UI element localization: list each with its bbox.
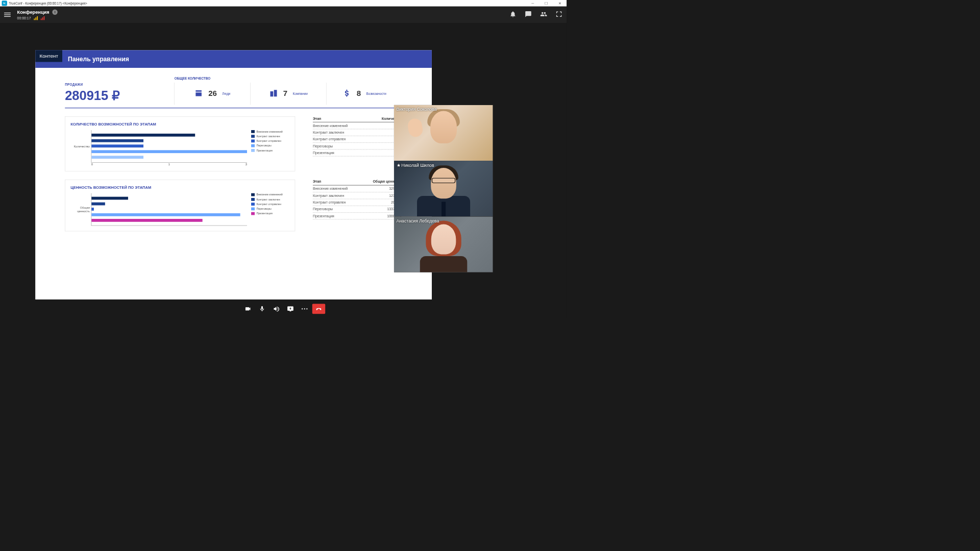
chart2-legend: Внесение измененийКонтракт заключенКонтр… xyxy=(251,193,289,226)
people-caption: Люди xyxy=(222,92,230,95)
table-row: Контракт заключен12131 ₽ xyxy=(313,192,402,199)
hangup-button[interactable] xyxy=(312,304,325,314)
table2-h1: Этап xyxy=(313,180,373,184)
participant-name: Виктория Соколова xyxy=(397,107,437,112)
app-header: Конференция i 00:00:17 xyxy=(0,7,567,23)
fullscreen-icon[interactable] xyxy=(555,11,562,19)
legend-item: Переговоры xyxy=(251,207,289,210)
table-row: Внесение изменений2 xyxy=(313,122,402,129)
speaker-button[interactable] xyxy=(270,304,282,314)
participant-tile[interactable]: Виктория Соколова xyxy=(394,105,493,161)
microphone-button[interactable] xyxy=(256,304,268,314)
table-count-by-stage: ЭтапКоличество Внесение изменений2 Контр… xyxy=(313,116,402,171)
participants-icon[interactable] xyxy=(540,11,547,19)
table-row: Презентация100000 ₽ xyxy=(313,213,402,219)
metric-opportunities: 8 Возможности xyxy=(326,83,402,105)
chart-bar xyxy=(91,150,247,153)
opportunities-count: 8 xyxy=(357,89,361,98)
building-icon xyxy=(269,89,278,99)
window-title: TrueConf - Конференция (00:00:17) <Конфе… xyxy=(9,2,526,5)
dollar-icon xyxy=(342,89,351,99)
total-label: ОБЩЕЕ КОЛИЧЕСТВО xyxy=(175,77,210,80)
chart1-title: КОЛИЧЕСТВО ВОЗМОЖНОСТЕЙ ПО ЭТАПАМ xyxy=(70,122,289,127)
content-label: Контент xyxy=(35,50,62,62)
chart1-xticks: 013 xyxy=(91,163,247,166)
window-titlebar: tc TrueConf - Конференция (00:00:17) <Ко… xyxy=(0,0,567,7)
share-screen-button[interactable] xyxy=(284,304,297,314)
chart2-ylabel: Общая ценность xyxy=(72,206,90,213)
chart-bar xyxy=(91,145,143,148)
section-row-1: КОЛИЧЕСТВО ВОЗМОЖНОСТЕЙ ПО ЭТАПАМ Количе… xyxy=(65,116,402,171)
chart-bar xyxy=(91,139,143,142)
more-options-button[interactable] xyxy=(298,304,311,314)
menu-button[interactable] xyxy=(4,13,11,17)
shared-content: Панель управления Контент ПРОДАЖИ 280915… xyxy=(35,50,432,299)
metric-sales: ПРОДАЖИ 280915 ₽ xyxy=(65,83,174,105)
legend-item: Презентация xyxy=(251,149,289,152)
window-maximize-button[interactable]: ☐ xyxy=(540,0,553,7)
notifications-icon[interactable] xyxy=(509,11,517,19)
dashboard-body: ПРОДАЖИ 280915 ₽ ОБЩЕЕ КОЛИЧЕСТВО 26 Люд… xyxy=(35,68,432,299)
chart2-plot: Общая ценность xyxy=(91,193,247,226)
table-row: Контракт отправлен2000 ₽ xyxy=(313,199,402,206)
chart-bar xyxy=(91,219,203,222)
companies-count: 7 xyxy=(283,89,287,98)
chart-bar xyxy=(91,156,143,159)
chart1-legend: Внесение измененийКонтракт заключенКонтр… xyxy=(251,130,289,166)
svg-point-0 xyxy=(198,93,200,95)
table-row: Контракт отправлен1 xyxy=(313,136,402,143)
window-controls: ─ ☐ ✕ xyxy=(526,0,567,7)
chart-bar xyxy=(91,213,240,216)
legend-item: Переговоры xyxy=(251,144,289,147)
people-icon xyxy=(194,89,203,99)
conference-timer: 00:00:17 xyxy=(17,16,31,20)
participant-tile[interactable]: ★Николай Шилов xyxy=(394,161,493,216)
legend-item: Контракт заключен xyxy=(251,198,289,201)
metric-people: ОБЩЕЕ КОЛИЧЕСТВО 26 Люди xyxy=(174,83,250,105)
host-star-icon: ★ xyxy=(397,163,401,168)
signal-upload-icon xyxy=(34,16,38,20)
chat-icon[interactable] xyxy=(525,11,532,19)
companies-caption: Компании xyxy=(293,92,308,95)
conference-title: Конференция xyxy=(17,10,50,15)
sales-label: ПРОДАЖИ xyxy=(65,83,174,86)
legend-item: Внесение изменений xyxy=(251,193,289,196)
dashboard-header: Панель управления xyxy=(35,50,432,68)
info-icon[interactable]: i xyxy=(52,10,57,15)
table-value-by-stage: ЭтапОбщая ценность Внесение изменений329… xyxy=(313,180,402,231)
table-row: Контракт заключен1 xyxy=(313,129,402,136)
chart-value-by-stage: ЦЕННОСТЬ ВОЗМОЖНОСТЕЙ ПО ЭТАПАМ Общая це… xyxy=(65,180,295,231)
table-row: Переговоры133785 ₽ xyxy=(313,206,402,213)
call-controls xyxy=(241,304,325,314)
chart-bar xyxy=(91,134,195,137)
stage: Панель управления Контент ПРОДАЖИ 280915… xyxy=(0,23,567,318)
window-close-button[interactable]: ✕ xyxy=(553,0,567,7)
participant-name: Анастасия Лебедева xyxy=(397,218,439,223)
opportunities-caption: Возможности xyxy=(366,92,386,95)
legend-item: Контракт отправлен xyxy=(251,203,289,206)
table-row: Внесение изменений32999 ₽ xyxy=(313,186,402,192)
conference-info: Конференция i 00:00:17 xyxy=(17,10,58,20)
metric-companies: 7 Компании xyxy=(250,83,326,105)
chart1-plot: Количество xyxy=(91,130,247,163)
table-row: Переговоры3 xyxy=(313,143,402,149)
camera-button[interactable] xyxy=(241,304,254,314)
chart-bar xyxy=(91,197,128,200)
section-row-2: ЦЕННОСТЬ ВОЗМОЖНОСТЕЙ ПО ЭТАПАМ Общая це… xyxy=(65,180,402,231)
chart-bar xyxy=(91,203,105,206)
chart-bar xyxy=(91,208,93,211)
legend-item: Презентация xyxy=(251,212,289,215)
window-minimize-button[interactable]: ─ xyxy=(526,0,540,7)
dashboard-title: Панель управления xyxy=(68,56,129,63)
chart1-ylabel: Количество xyxy=(72,144,90,147)
legend-item: Внесение изменений xyxy=(251,130,289,133)
table-row: Презентация1 xyxy=(313,149,402,156)
metrics-row: ПРОДАЖИ 280915 ₽ ОБЩЕЕ КОЛИЧЕСТВО 26 Люд… xyxy=(65,83,402,108)
app-icon: tc xyxy=(2,1,7,6)
chart2-title: ЦЕННОСТЬ ВОЗМОЖНОСТЕЙ ПО ЭТАПАМ xyxy=(70,185,289,190)
signal-download-icon xyxy=(41,16,45,20)
participant-name: Николай Шилов xyxy=(401,163,434,168)
chart-opportunities-by-stage: КОЛИЧЕСТВО ВОЗМОЖНОСТЕЙ ПО ЭТАПАМ Количе… xyxy=(65,116,295,171)
participant-tile[interactable]: Анастасия Лебедева xyxy=(394,216,493,272)
legend-item: Контракт отправлен xyxy=(251,139,289,142)
